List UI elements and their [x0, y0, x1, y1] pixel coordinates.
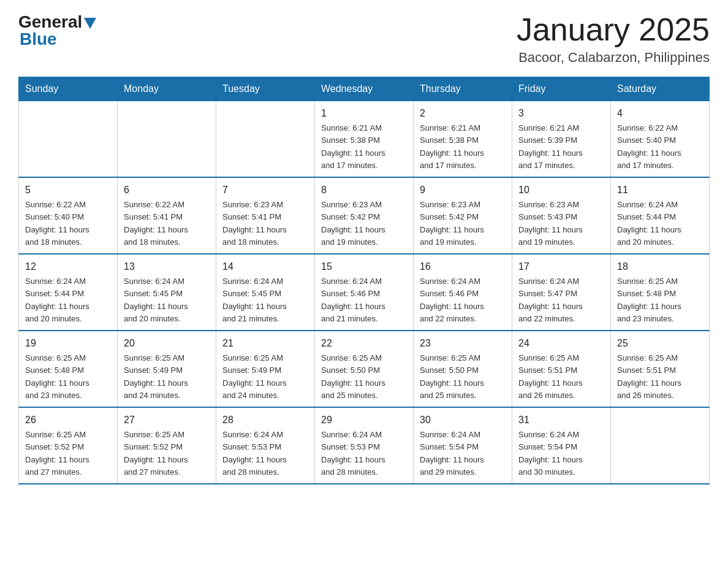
calendar-table: SundayMondayTuesdayWednesdayThursdayFrid… — [18, 77, 710, 484]
calendar-header-row: SundayMondayTuesdayWednesdayThursdayFrid… — [19, 77, 710, 101]
main-title: January 2025 — [517, 12, 710, 47]
day-info: Sunrise: 6:24 AM Sunset: 5:54 PM Dayligh… — [420, 430, 484, 477]
day-info: Sunrise: 6:24 AM Sunset: 5:44 PM Dayligh… — [617, 200, 681, 247]
calendar-day-header: Wednesday — [315, 77, 414, 101]
day-info: Sunrise: 6:25 AM Sunset: 5:50 PM Dayligh… — [420, 353, 484, 400]
day-number: 6 — [124, 183, 210, 197]
day-number: 17 — [518, 259, 604, 274]
calendar-week-row: 5Sunrise: 6:22 AM Sunset: 5:40 PM Daylig… — [19, 177, 710, 254]
day-number: 14 — [222, 259, 308, 274]
calendar-day-header: Thursday — [414, 77, 512, 101]
day-number: 18 — [617, 259, 703, 274]
calendar-day-cell: 19Sunrise: 6:25 AM Sunset: 5:48 PM Dayli… — [19, 331, 118, 407]
calendar-day-cell: 17Sunrise: 6:24 AM Sunset: 5:47 PM Dayli… — [512, 254, 611, 331]
calendar-day-header: Tuesday — [216, 77, 315, 101]
day-number: 19 — [25, 336, 111, 351]
calendar-day-cell: 9Sunrise: 6:23 AM Sunset: 5:42 PM Daylig… — [414, 177, 512, 254]
day-info: Sunrise: 6:23 AM Sunset: 5:42 PM Dayligh… — [321, 200, 385, 247]
day-number: 27 — [124, 413, 210, 427]
day-number: 5 — [25, 183, 111, 197]
day-info: Sunrise: 6:23 AM Sunset: 5:42 PM Dayligh… — [420, 200, 484, 247]
day-number: 22 — [321, 336, 407, 351]
calendar-day-cell: 6Sunrise: 6:22 AM Sunset: 5:41 PM Daylig… — [118, 177, 216, 254]
day-info: Sunrise: 6:24 AM Sunset: 5:46 PM Dayligh… — [420, 277, 484, 323]
calendar-day-cell — [118, 101, 216, 178]
day-info: Sunrise: 6:24 AM Sunset: 5:45 PM Dayligh… — [124, 277, 188, 323]
day-number: 25 — [617, 336, 703, 351]
calendar-day-cell: 24Sunrise: 6:25 AM Sunset: 5:51 PM Dayli… — [512, 331, 611, 407]
day-number: 10 — [518, 183, 604, 197]
calendar-day-cell: 22Sunrise: 6:25 AM Sunset: 5:50 PM Dayli… — [315, 331, 414, 407]
calendar-day-cell: 8Sunrise: 6:23 AM Sunset: 5:42 PM Daylig… — [315, 177, 414, 254]
day-info: Sunrise: 6:24 AM Sunset: 5:45 PM Dayligh… — [222, 277, 287, 323]
calendar-week-row: 19Sunrise: 6:25 AM Sunset: 5:48 PM Dayli… — [19, 331, 710, 407]
day-number: 8 — [321, 183, 407, 197]
day-number: 21 — [222, 336, 308, 351]
calendar-day-cell: 18Sunrise: 6:25 AM Sunset: 5:48 PM Dayli… — [611, 254, 710, 331]
day-number: 20 — [124, 336, 210, 351]
day-info: Sunrise: 6:23 AM Sunset: 5:43 PM Dayligh… — [518, 200, 583, 247]
day-info: Sunrise: 6:22 AM Sunset: 5:40 PM Dayligh… — [617, 123, 681, 170]
day-info: Sunrise: 6:21 AM Sunset: 5:38 PM Dayligh… — [321, 123, 385, 170]
calendar-day-cell: 11Sunrise: 6:24 AM Sunset: 5:44 PM Dayli… — [611, 177, 710, 254]
subtitle: Bacoor, Calabarzon, Philippines — [517, 50, 710, 66]
calendar-day-cell — [19, 101, 118, 178]
day-info: Sunrise: 6:22 AM Sunset: 5:40 PM Dayligh… — [25, 200, 89, 247]
logo-triangle-icon — [84, 18, 96, 29]
day-number: 29 — [321, 413, 407, 427]
day-number: 16 — [420, 259, 506, 274]
day-number: 2 — [420, 106, 506, 121]
calendar-day-cell: 21Sunrise: 6:25 AM Sunset: 5:49 PM Dayli… — [216, 331, 315, 407]
day-number: 1 — [321, 106, 407, 121]
day-info: Sunrise: 6:24 AM Sunset: 5:53 PM Dayligh… — [222, 430, 287, 477]
calendar-day-cell: 20Sunrise: 6:25 AM Sunset: 5:49 PM Dayli… — [118, 331, 216, 407]
logo: General Blue — [18, 12, 98, 49]
calendar-day-header: Monday — [118, 77, 216, 101]
calendar-day-cell: 13Sunrise: 6:24 AM Sunset: 5:45 PM Dayli… — [118, 254, 216, 331]
day-number: 13 — [124, 259, 210, 274]
day-number: 12 — [25, 259, 111, 274]
day-number: 30 — [420, 413, 506, 427]
day-number: 28 — [222, 413, 308, 427]
day-info: Sunrise: 6:25 AM Sunset: 5:48 PM Dayligh… — [25, 353, 89, 400]
calendar-day-cell: 12Sunrise: 6:24 AM Sunset: 5:44 PM Dayli… — [19, 254, 118, 331]
calendar-week-row: 26Sunrise: 6:25 AM Sunset: 5:52 PM Dayli… — [19, 407, 710, 484]
day-number: 9 — [420, 183, 506, 197]
calendar-day-cell: 16Sunrise: 6:24 AM Sunset: 5:46 PM Dayli… — [414, 254, 512, 331]
calendar-day-cell: 3Sunrise: 6:21 AM Sunset: 5:39 PM Daylig… — [512, 101, 611, 178]
calendar-day-cell — [611, 407, 710, 484]
calendar-day-cell: 5Sunrise: 6:22 AM Sunset: 5:40 PM Daylig… — [19, 177, 118, 254]
day-info: Sunrise: 6:24 AM Sunset: 5:54 PM Dayligh… — [518, 430, 583, 477]
day-info: Sunrise: 6:25 AM Sunset: 5:48 PM Dayligh… — [617, 277, 681, 323]
calendar-day-cell: 23Sunrise: 6:25 AM Sunset: 5:50 PM Dayli… — [414, 331, 512, 407]
day-info: Sunrise: 6:24 AM Sunset: 5:53 PM Dayligh… — [321, 430, 385, 477]
day-info: Sunrise: 6:25 AM Sunset: 5:50 PM Dayligh… — [321, 353, 385, 400]
calendar-day-cell: 14Sunrise: 6:24 AM Sunset: 5:45 PM Dayli… — [216, 254, 315, 331]
day-info: Sunrise: 6:24 AM Sunset: 5:47 PM Dayligh… — [518, 277, 583, 323]
calendar-day-cell: 30Sunrise: 6:24 AM Sunset: 5:54 PM Dayli… — [414, 407, 512, 484]
day-number: 31 — [518, 413, 604, 427]
logo-blue-text: Blue — [20, 29, 57, 48]
day-info: Sunrise: 6:22 AM Sunset: 5:41 PM Dayligh… — [124, 200, 188, 247]
day-number: 15 — [321, 259, 407, 274]
day-info: Sunrise: 6:25 AM Sunset: 5:49 PM Dayligh… — [124, 353, 188, 400]
calendar-day-cell: 10Sunrise: 6:23 AM Sunset: 5:43 PM Dayli… — [512, 177, 611, 254]
calendar-day-header: Friday — [512, 77, 611, 101]
page-header: General Blue January 2025 Bacoor, Calaba… — [18, 12, 710, 66]
calendar-week-row: 1Sunrise: 6:21 AM Sunset: 5:38 PM Daylig… — [19, 101, 710, 178]
day-number: 24 — [518, 336, 604, 351]
day-info: Sunrise: 6:25 AM Sunset: 5:51 PM Dayligh… — [617, 353, 681, 400]
calendar-day-cell: 15Sunrise: 6:24 AM Sunset: 5:46 PM Dayli… — [315, 254, 414, 331]
calendar-day-header: Saturday — [611, 77, 710, 101]
day-info: Sunrise: 6:25 AM Sunset: 5:51 PM Dayligh… — [518, 353, 583, 400]
day-info: Sunrise: 6:25 AM Sunset: 5:52 PM Dayligh… — [25, 430, 89, 477]
calendar-day-cell: 27Sunrise: 6:25 AM Sunset: 5:52 PM Dayli… — [118, 407, 216, 484]
calendar-week-row: 12Sunrise: 6:24 AM Sunset: 5:44 PM Dayli… — [19, 254, 710, 331]
day-number: 11 — [617, 183, 703, 197]
day-info: Sunrise: 6:21 AM Sunset: 5:39 PM Dayligh… — [518, 123, 583, 170]
title-block: January 2025 Bacoor, Calabarzon, Philipp… — [517, 12, 710, 66]
calendar-day-cell: 28Sunrise: 6:24 AM Sunset: 5:53 PM Dayli… — [216, 407, 315, 484]
calendar-day-cell: 4Sunrise: 6:22 AM Sunset: 5:40 PM Daylig… — [611, 101, 710, 178]
day-info: Sunrise: 6:25 AM Sunset: 5:52 PM Dayligh… — [124, 430, 188, 477]
day-info: Sunrise: 6:25 AM Sunset: 5:49 PM Dayligh… — [222, 353, 287, 400]
